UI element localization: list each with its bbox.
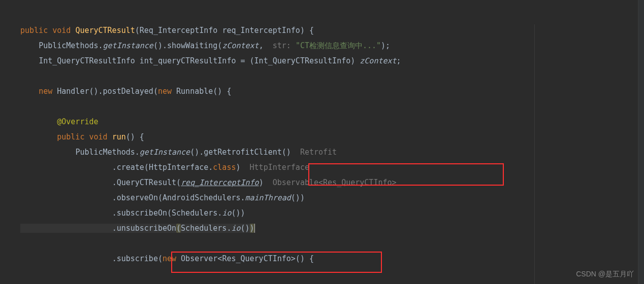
param-type: Req_InterceptInfo (140, 26, 218, 35)
code-line (20, 72, 25, 81)
code-line: .QueryCTResult(req_InterceptInfo) Observ… (20, 178, 397, 187)
code-line (20, 102, 25, 111)
method-name: QueryCTResult (75, 26, 135, 35)
watermark: CSDN @是五月吖 (576, 270, 634, 279)
text-cursor (254, 224, 255, 233)
param-name: req_InterceptInfo (222, 26, 300, 35)
inline-hint: Retrofit (300, 148, 337, 157)
code-line: .create(HttpInterface.class) HttpInterfa… (20, 163, 309, 172)
editor-margin-line (534, 24, 535, 284)
code-line: Int_QueryCTResultInfo int_queryCTResultI… (20, 56, 401, 65)
code-line: .unsubscribeOn(Schedulers.io()) (20, 224, 255, 233)
code-line: PublicMethods.getInstance().showWaiting(… (20, 41, 390, 50)
keyword-void: void (52, 26, 71, 35)
code-line: .subscribeOn(Schedulers.io()) (20, 208, 245, 218)
inline-hint: str: (273, 41, 291, 50)
editor-scrollbar[interactable] (638, 0, 644, 284)
code-editor[interactable]: public void QueryCTResult(Req_InterceptI… (0, 0, 644, 274)
code-line (20, 239, 25, 248)
code-line: .subscribe(new Observer<Res_QueryCTInfo>… (20, 254, 314, 263)
code-line: @Override (20, 117, 99, 126)
inline-hint: Observable<Res_QueryCTInfo> (273, 178, 397, 187)
annotation: @Override (57, 117, 98, 126)
code-line: new Handler().postDelayed(new Runnable()… (20, 87, 231, 96)
inline-hint: HttpInterface (250, 163, 309, 172)
code-line: PublicMethods.getInstance().getRetrofitC… (20, 148, 337, 157)
code-line: .observeOn(AndroidSchedulers.mainThread(… (20, 193, 305, 202)
keyword-public: public (20, 26, 48, 35)
code-line: public void run() { (20, 132, 144, 141)
param-ref: req_InterceptInfo (181, 178, 259, 187)
code-line: public void QueryCTResult(Req_InterceptI… (20, 26, 314, 35)
string-literal: "CT检测信息查询中..." (296, 41, 381, 50)
